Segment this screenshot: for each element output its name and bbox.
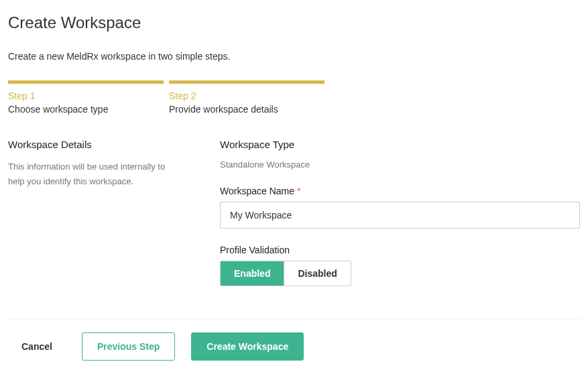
page-subtitle: Create a new MeldRx workspace in two sim…: [8, 51, 580, 62]
cancel-button[interactable]: Cancel: [21, 333, 52, 360]
validation-disabled-button[interactable]: Disabled: [284, 261, 350, 286]
step-progress-bar: [8, 80, 164, 84]
action-bar: Cancel Previous Step Create Workspace: [8, 332, 580, 361]
create-workspace-button[interactable]: Create Workspace: [191, 332, 304, 361]
workspace-name-label: Workspace Name *: [220, 186, 580, 196]
workspace-details-title: Workspace Details: [8, 139, 182, 150]
form-area: Workspace Details This information will …: [8, 139, 580, 302]
workspace-type-value: Standalone Workspace: [220, 160, 580, 170]
profile-validation-toggle: Enabled Disabled: [220, 261, 351, 286]
required-indicator: *: [297, 186, 300, 196]
workspace-type-field: Workspace Type Standalone Workspace: [220, 139, 580, 170]
step-progress-bar: [169, 80, 325, 84]
workspace-name-label-text: Workspace Name: [220, 186, 294, 196]
workspace-name-field: Workspace Name *: [220, 186, 580, 229]
divider: [8, 318, 580, 319]
workspace-details-desc: This information will be used internally…: [8, 160, 182, 189]
workspace-name-input[interactable]: [220, 202, 580, 229]
step-number: Step 2: [169, 90, 325, 101]
profile-validation-field: Profile Validation Enabled Disabled: [220, 245, 580, 286]
step-label: Choose workspace type: [8, 104, 164, 115]
form-column: Workspace Type Standalone Workspace Work…: [220, 139, 580, 302]
validation-enabled-button[interactable]: Enabled: [221, 261, 284, 286]
step-indicator: Step 1 Choose workspace type Step 2 Prov…: [8, 80, 580, 115]
profile-validation-label: Profile Validation: [220, 245, 580, 255]
page-title: Create Workspace: [8, 13, 580, 32]
step-2: Step 2 Provide workspace details: [169, 80, 325, 115]
details-column: Workspace Details This information will …: [8, 139, 182, 302]
step-number: Step 1: [8, 90, 164, 101]
workspace-type-label: Workspace Type: [220, 139, 580, 150]
step-1: Step 1 Choose workspace type: [8, 80, 164, 115]
step-label: Provide workspace details: [169, 104, 325, 115]
previous-step-button[interactable]: Previous Step: [82, 332, 175, 361]
